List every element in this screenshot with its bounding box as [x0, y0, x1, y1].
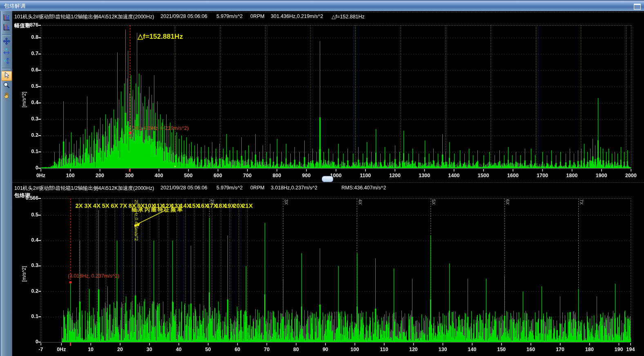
y-axis-zoom-icon: Y — [2, 57, 11, 67]
zoom-y-button[interactable]: Y — [2, 57, 11, 66]
svg-text:Y: Y — [3, 59, 6, 63]
x-axis-zoom-icon: X — [2, 47, 11, 57]
spectrum-chart-alt-icon — [2, 23, 11, 33]
spectrum-chart-icon — [2, 13, 11, 23]
restore-button[interactable] — [634, 4, 641, 10]
left-toolbar: X Y — [0, 11, 12, 356]
magnifier-tool-button[interactable] — [2, 82, 11, 91]
spectrum-canvas[interactable] — [12, 11, 644, 356]
spectrum-dual-view-button[interactable] — [2, 24, 11, 33]
titlebar[interactable]: 包络解调 — [0, 0, 644, 11]
magnifier-icon — [2, 81, 11, 91]
zoom-x-button[interactable]: X — [2, 47, 11, 56]
svg-text:X: X — [5, 47, 7, 51]
cursor-tool-button[interactable] — [1, 71, 12, 81]
hand-tool-button[interactable] — [2, 91, 11, 100]
pane-splitter-handle[interactable] — [322, 176, 333, 182]
move-arrows-icon — [2, 37, 11, 47]
pan-move-button[interactable] — [2, 38, 11, 47]
toolbar-separator — [2, 34, 11, 36]
cursor-arrow-icon — [3, 71, 10, 80]
spectrum-view-button[interactable] — [2, 14, 11, 23]
toolbar-separator — [2, 68, 11, 69]
hand-icon — [2, 91, 11, 101]
window-title: 包络解调 — [4, 2, 25, 10]
